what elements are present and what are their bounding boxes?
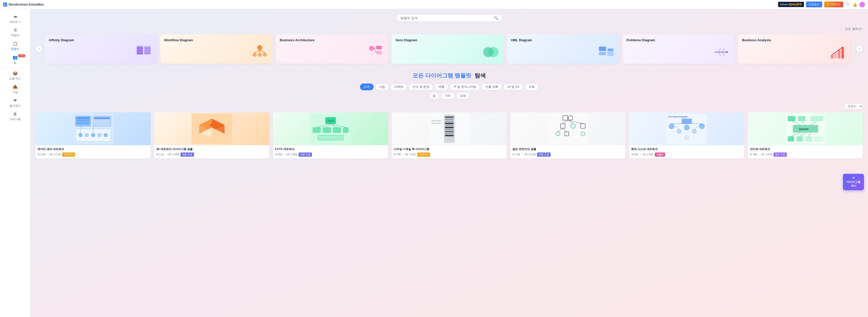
svg-rect-36 <box>838 50 840 58</box>
svg-line-32 <box>718 52 721 56</box>
notification-icon[interactable]: 🔔 <box>852 2 857 7</box>
section-title-part1: 모든 다이어그램 템플릿 <box>413 72 471 79</box>
user-avatar[interactable] <box>859 2 865 7</box>
carousel-card-business-analysis[interactable]: Business Analysis <box>738 34 850 64</box>
content-area: 🔍 모든 컬렉션 › ‹ Affinity Diagram Workflow <box>30 9 868 317</box>
template-card-t7[interactable]: Internet 인터넷 네트워크 <box>748 112 863 159</box>
svg-rect-8 <box>144 50 151 52</box>
carousel-prev-button[interactable]: ‹ <box>35 45 42 52</box>
app-logo-icon: E <box>3 3 7 7</box>
filter-tab-symbol[interactable]: 상징 <box>456 92 470 99</box>
card-icon-business-analysis <box>742 44 846 60</box>
views-t5: 👁 7.5k <box>513 153 520 156</box>
all-collection-link[interactable]: 모든 컬렉션 › <box>845 27 863 31</box>
card-info-t2: 3D 네트워크 다이어그램 샘플 👁 1.1k ♡ 36 ⎘ 459 쉬운 도표 <box>154 145 269 159</box>
svg-text:Machine Room: Machine Room <box>432 122 442 124</box>
filter-tab-design[interactable]: 설 <box>429 92 439 99</box>
author-badge-t7: 엡모 우만 <box>774 153 787 157</box>
help-icon[interactable]: ? <box>845 2 850 7</box>
filter-tab-product[interactable]: 제품 <box>435 84 448 90</box>
template-card-t5[interactable]: 일반 유전자도 샘플 👁 7.5k ♡ 33 ⎘ 4.9k 쉬운 도표 <box>510 112 625 159</box>
filter-tab-education[interactable]: 교육 <box>525 84 538 90</box>
card-meta-t4: 👁 795 ♡ 30 ⎘ 321 카리아이 <box>394 153 505 157</box>
diagram-post-icon: ✈ <box>852 176 855 180</box>
svg-rect-78 <box>445 123 454 124</box>
carousel-card-workflow[interactable]: Workflow Diagram <box>160 34 273 64</box>
card-title-venn: Venn Diagram <box>395 38 500 42</box>
svg-rect-122 <box>788 136 794 141</box>
promo-brand: Edraw <box>780 3 788 6</box>
carousel-next-button[interactable]: › <box>856 45 863 52</box>
svg-point-107 <box>677 129 681 133</box>
svg-rect-88 <box>548 114 588 144</box>
topbar-left: E Wondershare EdrawMax <box>3 3 44 7</box>
sidebar-item-team[interactable]: 👥 팀 NEW <box>0 53 30 67</box>
carousel-card-business-arch[interactable]: Business Architecture <box>276 34 388 64</box>
template-card-t1[interactable]: 데이터 센터 네트워크 👁 2.4k ♡ 56 ⎘ 1.4k 카리아이 <box>35 112 151 159</box>
template-card-t2[interactable]: 3D 3D 네트워크 다이어그램 샘플 👁 1.1k ♡ 36 ⎘ 459 쉬운… <box>154 112 269 159</box>
carousel-card-affinity[interactable]: Affinity Diagram <box>44 34 157 64</box>
sidebar-item-help[interactable]: 📦 도움 박스 <box>0 69 30 83</box>
template-card-t6[interactable]: Cisco Network Diagram <box>629 112 744 159</box>
search-bar[interactable]: 🔍 <box>396 14 502 22</box>
filter-tab-it[interactable]: IT 및 엔지니어링 <box>450 84 480 90</box>
filter-tab-building[interactable]: 건물 계획 <box>482 84 502 90</box>
svg-point-11 <box>253 53 257 57</box>
svg-line-14 <box>255 50 260 53</box>
upgrade-button[interactable]: 업그레이드 <box>824 2 843 7</box>
main-layout: ☁ 새로운 + 🖥 작업대 📋 템플릿 👥 팀 NEW 📦 도움 박스 📥 수입 <box>0 9 868 317</box>
topbar-right: Edraw 60%OFF 다운로드 업그레이드 ? 🔔 <box>778 2 865 7</box>
svg-rect-19 <box>376 51 382 54</box>
promo-banner[interactable]: Edraw 60%OFF <box>778 2 804 7</box>
card-thumb-t7: Internet <box>748 112 863 145</box>
views-t7: 👁 786 <box>750 153 757 156</box>
views-t1: 👁 2.4k <box>37 153 45 156</box>
filter-tab-all[interactable]: 모두 <box>360 84 374 90</box>
card-thumb-t6: Cisco Network Diagram <box>629 112 744 145</box>
sidebar-item-recent[interactable]: 🖥 작업대 <box>0 26 30 39</box>
template-card-t3[interactable]: CCTV CCTV 네트워크 👁 916 <box>273 112 388 159</box>
sidebar-item-trash[interactable]: 🗑 쓰레기통 <box>0 110 30 123</box>
carousel-card-venn[interactable]: Venn Diagram <box>391 34 504 64</box>
sidebar-item-new[interactable]: ☁ 새로운 + <box>0 11 30 26</box>
template-carousel: ‹ Affinity Diagram Workflow Diagram <box>35 33 863 65</box>
filter-tab-marketing[interactable]: 마케팅 <box>390 84 407 90</box>
sidebar-item-favorites[interactable]: ❤ 즐겨찾기 <box>0 96 30 110</box>
svg-rect-7 <box>144 47 151 49</box>
svg-point-48 <box>91 133 95 137</box>
svg-rect-42 <box>76 122 90 124</box>
diagram-post-button[interactable]: ✈ 다이어그램게시 <box>843 174 864 190</box>
author-badge-t2: 쉬운 도표 <box>181 153 194 157</box>
views-t3: 👁 916 <box>275 153 282 156</box>
template-card-t4[interactable]: Office Building Machine Room 사무실 기계실 랙 다… <box>392 112 507 159</box>
sidebar-item-templates[interactable]: 📋 템플릿 <box>0 39 30 53</box>
svg-point-50 <box>104 133 108 137</box>
likes-t7: ♡ 22 <box>758 153 764 156</box>
filter-tab-ui[interactable]: UI 및 UX <box>503 84 523 90</box>
search-input[interactable] <box>400 16 492 20</box>
sidebar-item-import[interactable]: 📥 수입 <box>0 83 30 96</box>
card-title-t4: 사무실 기계실 랙 다이어그램 <box>394 147 505 151</box>
card-thumb-svg-t3: CCTV <box>310 114 351 144</box>
card-thumb-svg-t4: Office Building Machine Room <box>429 114 470 144</box>
svg-line-20 <box>374 47 376 48</box>
svg-rect-105 <box>682 119 692 124</box>
filter-tab-other[interactable]: 기타 <box>441 92 455 99</box>
search-icon[interactable]: 🔍 <box>494 16 498 20</box>
svg-line-21 <box>374 48 376 53</box>
download-button[interactable]: 다운로드 <box>806 2 822 7</box>
filter-tabs-row2: 설 기타 상징 <box>35 92 863 99</box>
card-icon-business-arch <box>280 44 384 60</box>
carousel-card-fishbone[interactable]: Fishbone Diagram <box>622 34 735 64</box>
filter-tabs-row1: 모두 사업 마케팅 인사 및 운영 제품 IT 및 엔지니어링 건물 계획 UI… <box>35 84 863 90</box>
svg-text:Office Building: Office Building <box>432 120 441 121</box>
filter-tab-hr[interactable]: 인사 및 운영 <box>409 84 433 90</box>
card-icon-uml <box>511 44 615 60</box>
carousel-card-uml[interactable]: UML Diagram <box>507 34 619 64</box>
svg-rect-18 <box>376 46 382 49</box>
filter-tab-business[interactable]: 사업 <box>375 84 389 90</box>
author-badge-t4: 카리아이 <box>417 153 430 157</box>
promo-discount: 60%OFF <box>789 3 802 6</box>
sort-select[interactable]: 트렌드 최신순 인기순 <box>844 103 863 109</box>
card-title-uml: UML Diagram <box>511 38 615 42</box>
